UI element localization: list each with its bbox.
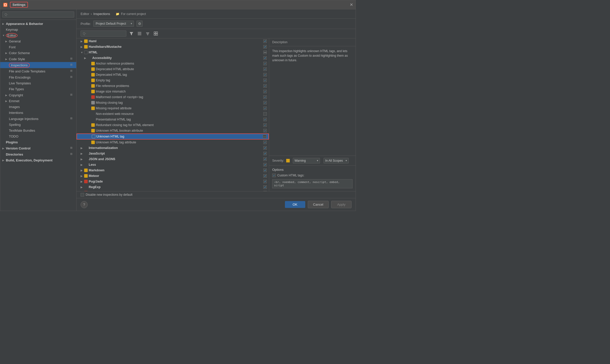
insp-row-anchor-ref[interactable]: Anchor reference problems ✓ — [77, 61, 269, 66]
ok-button[interactable]: OK — [285, 201, 305, 208]
enabled-checkbox[interactable]: ✓ — [263, 90, 267, 93]
sidebar-item-todo[interactable]: TODO — [0, 133, 76, 139]
insp-row-deprecated-tag[interactable]: Deprecated HTML tag ✓ — [77, 72, 269, 78]
sidebar-item-emmet[interactable]: ▶ Emmet — [0, 98, 76, 104]
content-area: Editor › Inspections 📁 For current proje… — [77, 9, 356, 211]
insp-row-unknown-html-attr[interactable]: Unknown HTML tag attribute ✓ — [77, 140, 269, 145]
insp-row-regexp[interactable]: ▶ RegExp ✓ — [77, 184, 269, 190]
sidebar-item-version-control[interactable]: ▶ Version Control ⊞ — [0, 145, 76, 151]
insp-row-handlebars[interactable]: ▶ Handlebars/Mustache ✓ — [77, 44, 269, 50]
apply-button[interactable]: Apply — [331, 201, 352, 208]
sidebar-item-general[interactable]: ▶ General — [0, 38, 76, 44]
insp-row-missing-required[interactable]: Missing required attribute ✓ — [77, 105, 269, 111]
enabled-checkbox[interactable]: ✓ — [263, 101, 267, 104]
expand-all-button[interactable] — [136, 31, 143, 37]
enabled-checkbox[interactable]: ✓ — [263, 45, 267, 49]
sidebar-item-language-injections[interactable]: Language Injections ⊞ — [0, 116, 76, 122]
sidebar-item-textmate[interactable]: TextMate Bundles — [0, 128, 76, 133]
enabled-checkbox[interactable]: ✓ — [263, 163, 267, 166]
cancel-button[interactable]: Cancel — [308, 201, 329, 208]
inspection-search-input[interactable] — [81, 31, 126, 37]
insp-label: Redundant closing tag for HTML element — [96, 123, 262, 127]
sidebar-item-live-templates[interactable]: Live Templates — [0, 80, 76, 86]
enabled-checkbox[interactable]: — — [263, 51, 267, 54]
enabled-checkbox[interactable]: ✓ — [263, 39, 267, 43]
severity-indicator — [91, 62, 95, 65]
sidebar-search-input[interactable] — [2, 11, 74, 18]
insp-row-javascript[interactable]: ▶ JavaScript ✓ — [77, 151, 269, 156]
insp-row-malformed-script[interactable]: Malformed content of <script> tag ✓ — [77, 94, 269, 100]
enabled-checkbox[interactable] — [263, 112, 267, 116]
sidebar-item-images[interactable]: Images — [0, 104, 76, 110]
enabled-checkbox[interactable]: ✓ — [263, 141, 267, 144]
enabled-checkbox[interactable]: ✓ — [263, 185, 267, 189]
insp-row-meteor[interactable]: ▶ Meteor ✓ — [77, 173, 269, 179]
insp-row-empty-tag[interactable]: Empty tag ✓ — [77, 78, 269, 83]
scope-select[interactable]: In All Scopes In Tests Only — [324, 158, 349, 163]
insp-row-deprecated-attr[interactable]: Deprecated HTML attribute ✓ — [77, 66, 269, 72]
insp-row-json[interactable]: ▶ JSON and JSON5 ✓ — [77, 156, 269, 162]
enabled-checkbox[interactable]: ✓ — [263, 169, 267, 172]
sidebar-item-intentions[interactable]: Intentions — [0, 110, 76, 116]
enabled-checkbox[interactable]: ✓ — [263, 174, 267, 178]
custom-tags-checkbox[interactable]: ✓ — [272, 174, 276, 177]
enabled-checkbox[interactable]: ✓ — [263, 118, 267, 121]
enabled-checkbox[interactable]: ✓ — [263, 84, 267, 88]
enabled-checkbox[interactable]: ✓ — [263, 129, 267, 132]
enabled-checkbox[interactable]: — — [263, 135, 266, 138]
custom-tags-input[interactable]: ›br, noembed, comment, noscript, embed, … — [272, 179, 353, 188]
sidebar-item-directories[interactable]: Directories ⊞ — [0, 151, 76, 157]
insp-row-presentational[interactable]: Presentational HTML tag ✓ — [77, 117, 269, 122]
sidebar-item-color-scheme[interactable]: ▶ Color Scheme — [0, 50, 76, 56]
insp-row-image-size[interactable]: Image size mismatch ✓ — [77, 89, 269, 94]
sidebar-item-font[interactable]: Font — [0, 44, 76, 50]
enabled-checkbox[interactable]: ✓ — [263, 56, 267, 60]
enabled-checkbox[interactable]: ✓ — [263, 180, 267, 183]
enabled-checkbox[interactable]: ✓ — [263, 107, 267, 110]
sidebar-item-appearance[interactable]: ▶ Appearance & Behavior — [0, 21, 76, 27]
enabled-checkbox[interactable]: ✓ — [263, 79, 267, 82]
layout-button[interactable] — [153, 31, 159, 37]
disable-new-inspections-checkbox[interactable] — [81, 193, 84, 196]
insp-row-pug-jade[interactable]: ▶ Pug/Jade ✓ — [77, 179, 269, 184]
enabled-checkbox[interactable]: ✓ — [263, 73, 267, 77]
close-button[interactable]: ✕ — [350, 3, 353, 7]
sidebar-item-keymap[interactable]: Keymap — [0, 27, 76, 33]
help-button[interactable]: ? — [81, 201, 88, 208]
enabled-checkbox[interactable]: ✓ — [263, 123, 267, 127]
insp-row-unknown-bool[interactable]: Unknown HTML boolean attribute ✓ — [77, 128, 269, 133]
insp-row-haml[interactable]: ▶ Haml ✓ — [77, 38, 269, 44]
sidebar-item-editor[interactable]: ▼ Editor — [0, 33, 76, 38]
enabled-checkbox[interactable]: ✓ — [263, 157, 267, 161]
enabled-checkbox[interactable]: ✓ — [263, 67, 267, 71]
sidebar-item-build[interactable]: ▶ Build, Execution, Deployment — [0, 157, 76, 163]
severity-select[interactable]: Warning Error Info Weak Warning — [293, 158, 320, 163]
profile-gear-button[interactable]: ⚙ — [136, 21, 143, 27]
sidebar-item-spelling[interactable]: Spelling — [0, 122, 76, 128]
sidebar-item-file-types[interactable]: File Types — [0, 86, 76, 92]
insp-row-unknown-html-tag[interactable]: Unknown HTML tag — — [77, 133, 269, 140]
insp-row-internationalization[interactable]: ▶ Internationalization ✓ — [77, 145, 269, 151]
profile-select[interactable]: Project Default Project Default — [93, 21, 134, 27]
enabled-checkbox[interactable]: ✓ — [263, 152, 267, 155]
insp-row-missing-close[interactable]: Missing closing tag ✓ — [77, 100, 269, 105]
collapse-all-button[interactable] — [145, 31, 151, 37]
insp-row-non-existent[interactable]: Non-existent web resource — [77, 111, 269, 117]
insp-row-redundant-close[interactable]: Redundant closing tag for HTML element ✓ — [77, 122, 269, 128]
insp-row-markdown[interactable]: ▶ Markdown ✓ — [77, 168, 269, 173]
sidebar-item-file-code-templates[interactable]: File and Code Templates ⊞ — [0, 68, 76, 74]
insp-row-less[interactable]: ▶ Less ✓ — [77, 162, 269, 168]
insp-row-file-ref[interactable]: File reference problems ✓ — [77, 83, 269, 89]
sidebar-item-copyright[interactable]: ▶ Copyright ⊞ — [0, 92, 76, 98]
sidebar-item-inspections[interactable]: Inspections ⊞ — [0, 62, 76, 68]
sidebar-item-label: Font — [9, 45, 74, 49]
sidebar-item-code-style[interactable]: ▶ Code Style ⊞ — [0, 56, 76, 62]
sidebar-item-plugins[interactable]: Plugins — [0, 139, 76, 145]
sidebar-item-file-encodings[interactable]: File Encodings ⊞ — [0, 74, 76, 80]
insp-row-accessibility[interactable]: ▶ Accessibility ✓ — [77, 55, 269, 61]
enabled-checkbox[interactable]: ✓ — [263, 95, 267, 99]
filter-button[interactable] — [128, 31, 134, 37]
enabled-checkbox[interactable]: ✓ — [263, 62, 267, 65]
enabled-checkbox[interactable]: ✓ — [263, 146, 267, 150]
insp-row-html[interactable]: ▼ HTML — — [77, 50, 269, 55]
